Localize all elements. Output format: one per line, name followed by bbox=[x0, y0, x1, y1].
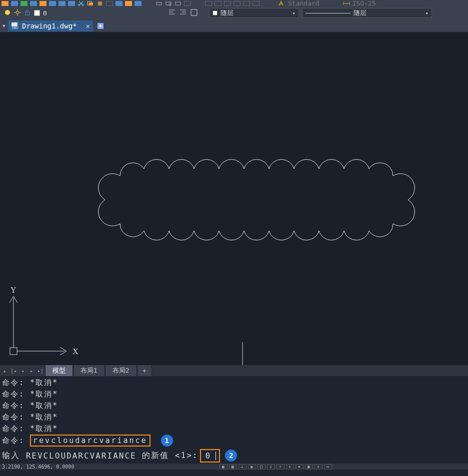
lineweight-display-icon[interactable]: + bbox=[286, 464, 294, 470]
otrack-mode-icon[interactable]: ∠ bbox=[267, 464, 275, 470]
dim-style-value: ISO-25 bbox=[352, 0, 376, 6]
toolbar-icon[interactable] bbox=[10, 0, 18, 6]
toolbar-icon[interactable] bbox=[48, 0, 56, 6]
toolbar-icon[interactable] bbox=[124, 0, 132, 6]
svg-rect-17 bbox=[156, 2, 162, 5]
lock-open-icon[interactable] bbox=[24, 9, 31, 17]
ortho-mode-icon[interactable]: ⊥ bbox=[238, 464, 246, 470]
toolbar-icon[interactable] bbox=[30, 0, 38, 6]
cut-icon[interactable] bbox=[77, 0, 85, 6]
command-history-line: 命令: *取消* bbox=[2, 377, 466, 389]
tab-layout2[interactable]: 布局2 bbox=[105, 365, 137, 376]
quick-access-toolbar: Standard ISO-25 bbox=[0, 0, 468, 6]
status-mode-buttons: ▦ ▦ ⊥ ◉ □ ∠ ⚡ + ≡ ▣ + ▭ bbox=[220, 464, 332, 470]
svg-rect-4 bbox=[40, 1, 46, 6]
toolbar-icon[interactable] bbox=[214, 0, 222, 6]
chevron-down-icon: ▾ bbox=[426, 10, 428, 16]
toolbar-icon[interactable] bbox=[68, 0, 76, 6]
svg-rect-25 bbox=[234, 1, 240, 6]
svg-rect-12 bbox=[98, 1, 102, 5]
toolbar-icon[interactable] bbox=[252, 0, 260, 6]
svg-text:DWG: DWG bbox=[12, 26, 18, 29]
copy-icon[interactable] bbox=[86, 0, 94, 6]
toolbar-icon[interactable] bbox=[1, 0, 9, 6]
toolbar-icon[interactable] bbox=[174, 0, 182, 6]
svg-rect-14 bbox=[116, 1, 122, 6]
svg-rect-27 bbox=[252, 1, 260, 6]
toolbar-icon[interactable] bbox=[106, 0, 114, 6]
layer-state-icons[interactable]: 0 bbox=[4, 9, 47, 17]
layout-first-icon[interactable]: |◂ bbox=[9, 365, 18, 376]
layout-prev-icon[interactable]: ◂ bbox=[18, 365, 27, 376]
toolbar-icon[interactable] bbox=[39, 0, 47, 6]
layout-last-icon[interactable]: ▸| bbox=[36, 365, 45, 376]
new-tab-button[interactable] bbox=[94, 20, 107, 31]
svg-rect-24 bbox=[224, 1, 231, 6]
bylayer-label: 随层 bbox=[220, 8, 234, 17]
close-icon[interactable]: ✕ bbox=[86, 22, 90, 30]
status-icon[interactable]: ▣ bbox=[305, 464, 313, 470]
svg-rect-34 bbox=[26, 12, 30, 15]
svg-rect-21 bbox=[184, 1, 191, 6]
svg-rect-3 bbox=[30, 1, 37, 6]
align-left-icon[interactable] bbox=[168, 8, 176, 18]
text-style-dropdown[interactable]: Standard bbox=[278, 0, 320, 6]
layer-color-swatch[interactable] bbox=[34, 10, 40, 16]
tab-add-layout[interactable]: + bbox=[137, 365, 152, 376]
toolbar-icon[interactable] bbox=[58, 0, 66, 6]
sun-icon[interactable] bbox=[14, 9, 21, 17]
status-icon[interactable]: + bbox=[314, 464, 322, 470]
cursor-coordinates: 3.2190, 125.4696, 0.0000 bbox=[2, 464, 74, 470]
dynamic-input-icon[interactable]: ⚡ bbox=[276, 464, 284, 470]
layout-next-icon[interactable]: ▸ bbox=[27, 365, 36, 376]
file-tab-title: Drawing1.dwg* bbox=[22, 22, 77, 30]
bylayer-label: 随层 bbox=[354, 8, 366, 17]
toolbar-icon[interactable] bbox=[204, 0, 212, 6]
toolbar-icon[interactable] bbox=[20, 0, 28, 6]
tab-layout1[interactable]: 布局1 bbox=[73, 365, 105, 376]
command-history-line: 命令: *取消* bbox=[2, 423, 466, 435]
toolbar-icon[interactable] bbox=[242, 0, 250, 6]
layout-collapse-icon[interactable]: ▴ bbox=[0, 365, 9, 376]
text-style-value: Standard bbox=[288, 0, 320, 6]
tab-list-dropdown-icon[interactable]: ▾ bbox=[0, 22, 8, 29]
command-history-line: 命令: *取消* bbox=[2, 400, 466, 412]
snap-mode-icon[interactable]: ▦ bbox=[220, 464, 228, 470]
drawing-canvas[interactable]: X Y bbox=[0, 32, 468, 365]
highlighted-command: revcloudarcvariance bbox=[30, 435, 150, 447]
color-dropdown[interactable]: 随层 ▾ bbox=[209, 8, 299, 18]
toolbar-icon[interactable] bbox=[115, 0, 123, 6]
status-icon[interactable]: ▭ bbox=[324, 464, 332, 470]
lineweight-dropdown[interactable]: 随层 ▾ bbox=[302, 8, 432, 18]
svg-rect-1 bbox=[11, 1, 18, 6]
toolbar-icon[interactable] bbox=[224, 0, 232, 6]
status-icon[interactable]: ≡ bbox=[296, 464, 304, 470]
osnap-mode-icon[interactable]: □ bbox=[258, 464, 266, 470]
grid-mode-icon[interactable]: ▦ bbox=[229, 464, 237, 470]
align-right-icon[interactable] bbox=[179, 8, 187, 18]
annotation-callout-1: 1 bbox=[161, 435, 173, 447]
print-preview-icon[interactable] bbox=[164, 0, 172, 6]
toolbar-icon[interactable] bbox=[184, 0, 192, 6]
paste-icon[interactable] bbox=[96, 0, 104, 6]
svg-rect-20 bbox=[176, 2, 180, 5]
toolbar-icon[interactable] bbox=[190, 8, 198, 18]
dim-style-dropdown[interactable]: ISO-25 bbox=[342, 0, 376, 6]
svg-rect-0 bbox=[2, 1, 8, 6]
toolbar-icon[interactable] bbox=[134, 0, 142, 6]
command-input-row[interactable]: 输入 REVCLOUDARCVARIANCE 的新值 <1>: 0 2 bbox=[0, 448, 468, 464]
command-history-line: 命令: *取消* bbox=[2, 389, 466, 400]
toolbar-icon[interactable] bbox=[233, 0, 241, 6]
tab-model[interactable]: 模型 bbox=[45, 365, 73, 376]
print-icon[interactable] bbox=[155, 0, 163, 6]
svg-rect-22 bbox=[205, 1, 212, 6]
file-tab-active[interactable]: DWG Drawing1.dwg* ✕ bbox=[8, 20, 93, 31]
lightbulb-on-icon[interactable] bbox=[4, 9, 11, 17]
command-history: 命令: *取消* 命令: *取消* 命令: *取消* 命令: *取消* 命令: … bbox=[0, 376, 468, 448]
svg-rect-13 bbox=[106, 1, 113, 6]
annotation-callout-2: 2 bbox=[225, 450, 237, 462]
svg-rect-7 bbox=[68, 1, 75, 6]
polar-mode-icon[interactable]: ◉ bbox=[248, 464, 256, 470]
crosshair-cursor bbox=[218, 342, 268, 365]
command-input-value[interactable]: 0 bbox=[200, 449, 220, 463]
